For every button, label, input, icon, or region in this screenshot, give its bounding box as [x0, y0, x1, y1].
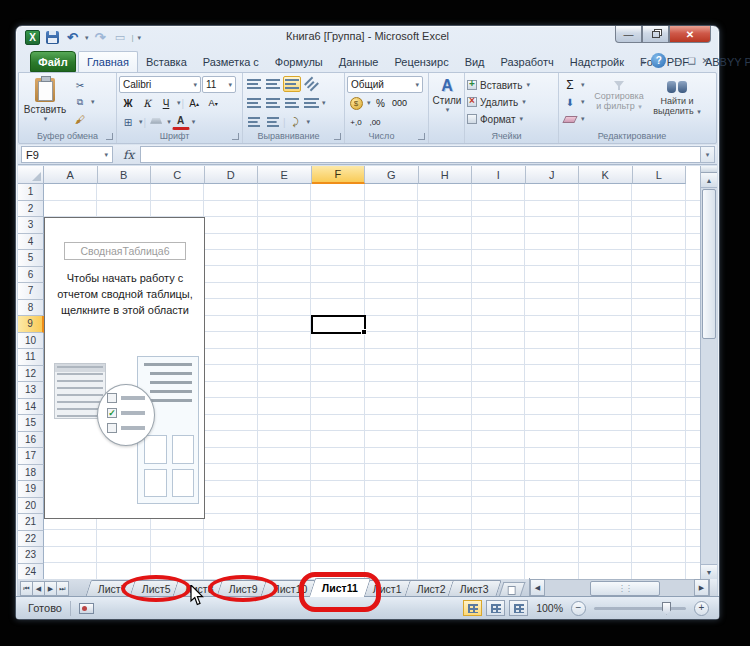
- horizontal-scroll-thumb[interactable]: [590, 581, 660, 596]
- column-header[interactable]: L: [633, 166, 687, 184]
- styles-button[interactable]: A Стили ▾: [432, 77, 462, 131]
- row-header[interactable]: 20: [18, 498, 44, 515]
- column-header[interactable]: G: [365, 166, 419, 184]
- align-middle-icon[interactable]: [264, 76, 282, 92]
- font-dialog-launcher[interactable]: [232, 133, 239, 140]
- column-header[interactable]: A: [44, 166, 98, 184]
- row-header[interactable]: 17: [18, 448, 44, 465]
- format-painter-icon[interactable]: 🖌: [71, 111, 89, 127]
- column-header[interactable]: H: [419, 166, 473, 184]
- column-header[interactable]: J: [526, 166, 580, 184]
- align-bottom-icon[interactable]: [283, 76, 301, 92]
- orientation-icon[interactable]: [302, 76, 320, 92]
- comma-style-button[interactable]: 000: [391, 95, 409, 111]
- column-header[interactable]: B: [98, 166, 152, 184]
- clear-icon[interactable]: [561, 111, 579, 127]
- ribbon-tab[interactable]: Рецензирс: [386, 51, 456, 72]
- row-header[interactable]: 1: [18, 184, 44, 201]
- underline-button[interactable]: Ч: [157, 95, 175, 111]
- fx-icon[interactable]: fx: [123, 148, 134, 162]
- borders-dropdown-icon[interactable]: ▾: [139, 118, 143, 126]
- percent-style-button[interactable]: %: [372, 95, 390, 111]
- font-color-dropdown-icon[interactable]: ▾: [192, 118, 196, 126]
- font-name-combo[interactable]: Calibri▾: [119, 76, 201, 93]
- delete-cells-button[interactable]: Удалить▾: [467, 94, 526, 110]
- page-layout-view-button[interactable]: [486, 600, 505, 616]
- font-size-combo[interactable]: 11▾: [202, 76, 236, 93]
- file-tab[interactable]: Файл: [30, 51, 76, 72]
- workbook-restore-icon[interactable]: ❑: [687, 56, 695, 66]
- align-center-icon[interactable]: [264, 95, 282, 111]
- workbook-close-icon[interactable]: ✕: [701, 56, 709, 66]
- macro-record-icon[interactable]: [79, 603, 94, 614]
- row-header[interactable]: 19: [18, 481, 44, 498]
- row-header[interactable]: 6: [18, 267, 44, 284]
- autosum-dropdown-icon[interactable]: ▾: [581, 81, 585, 89]
- scroll-up-icon[interactable]: ▲: [701, 173, 717, 188]
- column-header[interactable]: D: [205, 166, 259, 184]
- increase-indent-icon[interactable]: [264, 114, 282, 130]
- align-top-icon[interactable]: [245, 76, 263, 92]
- ribbon-tab[interactable]: Надстройк: [562, 51, 632, 72]
- minimize-ribbon-icon[interactable]: ▵: [641, 56, 646, 66]
- row-header[interactable]: 16: [18, 432, 44, 449]
- align-left-icon[interactable]: [245, 95, 263, 111]
- row-header[interactable]: 18: [18, 465, 44, 482]
- row-header[interactable]: 14: [18, 399, 44, 416]
- ribbon-tab[interactable]: Формулы: [267, 51, 331, 72]
- workbook-minimize-icon[interactable]: —: [672, 56, 681, 66]
- column-header[interactable]: C: [151, 166, 205, 184]
- last-sheet-icon[interactable]: ⏭: [56, 581, 69, 596]
- row-header[interactable]: 24: [18, 564, 44, 580]
- row-header[interactable]: 5: [18, 250, 44, 267]
- row-header[interactable]: 3: [18, 217, 44, 234]
- wrap-dropdown-icon[interactable]: ▾: [307, 118, 311, 126]
- accounting-dropdown-icon[interactable]: ▾: [367, 99, 371, 107]
- row-header[interactable]: 2: [18, 201, 44, 218]
- ribbon-tab[interactable]: Разметка с: [195, 51, 267, 72]
- paste-dropdown-icon[interactable]: ▾: [44, 115, 48, 123]
- number-format-combo[interactable]: Общий▾: [347, 76, 423, 93]
- scroll-left-icon[interactable]: ◀: [530, 579, 545, 596]
- help-icon[interactable]: ?: [651, 53, 666, 68]
- row-header[interactable]: 4: [18, 234, 44, 251]
- column-header[interactable]: I: [472, 166, 526, 184]
- copy-icon[interactable]: ⧉: [71, 94, 89, 110]
- scroll-right-icon[interactable]: ▶: [694, 579, 709, 596]
- decrease-indent-icon[interactable]: [245, 114, 263, 130]
- borders-icon[interactable]: ⊞: [119, 114, 137, 130]
- clear-dropdown-icon[interactable]: ▾: [581, 115, 585, 123]
- restore-button[interactable]: [642, 26, 669, 43]
- grow-font-button[interactable]: A▴: [185, 95, 203, 111]
- vertical-scrollbar[interactable]: ▲ ▼: [700, 166, 717, 579]
- zoom-out-icon[interactable]: −: [571, 601, 586, 616]
- row-header[interactable]: 12: [18, 366, 44, 383]
- number-dialog-launcher[interactable]: [418, 133, 425, 140]
- horizontal-scrollbar[interactable]: ◀ ▶: [529, 578, 717, 597]
- minimize-button[interactable]: —: [615, 26, 642, 43]
- tab-split-handle[interactable]: [709, 579, 717, 596]
- zoom-in-icon[interactable]: +: [694, 601, 709, 616]
- row-header[interactable]: 9: [18, 316, 44, 333]
- wrap-text-icon[interactable]: ⤸: [287, 114, 305, 130]
- bold-button[interactable]: Ж: [119, 95, 137, 111]
- merge-center-icon[interactable]: [302, 95, 320, 111]
- name-box[interactable]: F9▾: [21, 146, 113, 163]
- zoom-level[interactable]: 100%: [536, 602, 563, 614]
- select-all-corner[interactable]: [18, 166, 44, 184]
- page-break-view-button[interactable]: [509, 600, 528, 616]
- ribbon-tab[interactable]: Данные: [331, 51, 387, 72]
- decrease-decimal-icon[interactable]: ,00: [366, 114, 384, 130]
- styles-dropdown-icon[interactable]: ▾: [446, 106, 450, 114]
- close-button[interactable]: ✕: [669, 26, 711, 43]
- title-bar[interactable]: X ↶ ▾ ↷ ▭ | ▾ Книга6 [Группа] - Microsof…: [16, 26, 719, 50]
- row-header[interactable]: 11: [18, 349, 44, 366]
- accounting-format-icon[interactable]: $: [347, 95, 365, 111]
- scroll-down-icon[interactable]: ▼: [701, 564, 717, 579]
- insert-worksheet-button[interactable]: [499, 582, 526, 597]
- column-header[interactable]: E: [258, 166, 312, 184]
- name-box-dropdown-icon[interactable]: ▾: [104, 151, 108, 159]
- vertical-split-handle[interactable]: [701, 166, 717, 173]
- row-header[interactable]: 21: [18, 514, 44, 531]
- cut-icon[interactable]: ✂: [71, 77, 89, 93]
